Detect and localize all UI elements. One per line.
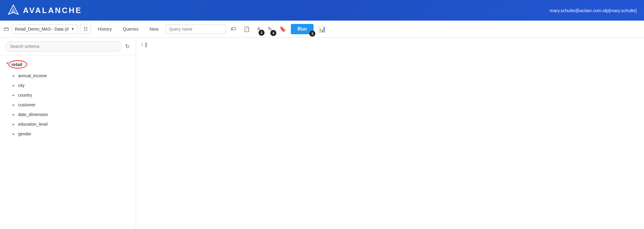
copy-icon: 📋 [243, 26, 250, 32]
table-icon: ☷ [83, 26, 88, 32]
expand-arrow-icon: ► [6, 62, 9, 67]
tree-item-date-dimension[interactable]: ► date_dimension [0, 110, 136, 119]
item-label: gender [18, 131, 31, 136]
chart-button[interactable]: 📊 [316, 24, 328, 34]
tree-item-city[interactable]: ► city [0, 81, 136, 90]
toolbar: 🗃 Retail_Demo_MAS - Data (d ▼ ☷ History … [0, 21, 644, 38]
item-label: customer [18, 102, 36, 107]
tree-item-education-level[interactable]: ► education_level [0, 119, 136, 129]
queries-button[interactable]: Queries [119, 25, 143, 33]
search-bar: ↻ [0, 38, 136, 55]
search-schema-input[interactable] [5, 41, 122, 51]
app-header: AVALANCHE mary.schulte@actian.com.idp[ma… [0, 0, 644, 21]
sidebar: ↻ ► retail ► annual_income ► city [0, 38, 136, 229]
new-button[interactable]: New [145, 25, 163, 33]
logo-area: AVALANCHE [7, 4, 82, 17]
tag-button[interactable]: 🏷 [228, 25, 239, 33]
cursor-line [146, 42, 146, 47]
logo-text: AVALANCHE [23, 6, 82, 15]
schema-tree: ► retail ► annual_income ► city ► countr… [0, 55, 136, 229]
refresh-button[interactable]: ↻ [124, 42, 131, 51]
schema-retail-item[interactable]: ► retail [0, 58, 136, 71]
tag-icon: 🏷 [231, 26, 236, 32]
schema-retail-label: retail [11, 62, 22, 67]
item-arrow-icon: ► [12, 103, 17, 107]
format-button[interactable]: ≡ 2 [255, 25, 263, 33]
history-button[interactable]: History [93, 25, 116, 33]
query-name-input[interactable] [165, 25, 226, 34]
table-layout-button[interactable]: ☷ [80, 24, 91, 34]
main-content: ↻ ► retail ► annual_income ► city [0, 38, 644, 229]
user-email: mary.schulte@actian.com.idp[mary.schulte… [550, 8, 637, 13]
tree-item-gender[interactable]: ► gender [0, 129, 136, 139]
save-button[interactable]: 🔖 [277, 25, 288, 34]
item-arrow-icon: ► [12, 94, 17, 97]
item-arrow-icon: ► [12, 132, 17, 136]
query-editor[interactable]: 1 [136, 38, 644, 229]
item-label: annual_income [18, 73, 47, 78]
copy-button[interactable]: 📋 [241, 25, 252, 34]
database-icon: 🗃 [4, 26, 9, 32]
line-number: 1 [141, 42, 143, 47]
badge-2: 2 [259, 30, 265, 36]
db-selector[interactable]: Retail_Demo_MAS - Data (d ▼ [11, 25, 78, 34]
tree-item-annual-income[interactable]: ► annual_income [0, 71, 136, 81]
item-label: city [18, 83, 24, 88]
item-label: education_level [18, 122, 47, 127]
chevron-down-icon: ▼ [71, 27, 74, 31]
badge-4: 4 [270, 30, 276, 36]
item-label: country [18, 93, 32, 98]
save-icon: 🔖 [279, 26, 286, 32]
item-arrow-icon: ► [12, 74, 17, 78]
person-button[interactable]: ✎ 4 [265, 25, 275, 34]
item-label: date_dimension [18, 112, 48, 117]
chart-icon: 📊 [318, 26, 326, 32]
tree-item-country[interactable]: ► country [0, 90, 136, 100]
avalanche-logo-icon [7, 4, 19, 17]
item-arrow-icon: ► [12, 84, 17, 87]
badge-3: 3 [309, 31, 315, 37]
db-selector-label: Retail_Demo_MAS - Data (d [15, 27, 68, 32]
tree-item-customer[interactable]: ► customer [0, 100, 136, 110]
refresh-icon: ↻ [125, 43, 130, 49]
item-arrow-icon: ► [12, 123, 17, 126]
item-arrow-icon: ► [12, 113, 17, 116]
